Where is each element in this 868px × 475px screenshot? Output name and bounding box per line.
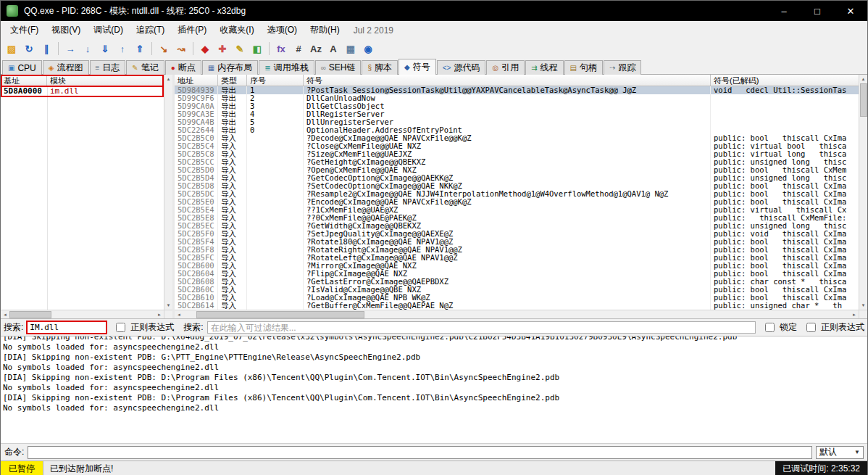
scroll-up-icon[interactable]: ▲ — [167, 75, 171, 83]
lock-checkbox[interactable] — [765, 323, 775, 332]
symbols-header-type[interactable]: 类型 — [218, 75, 247, 86]
preferences-icon[interactable]: ◉ — [360, 41, 376, 57]
tab-symbols[interactable]: ◆ 符号 — [398, 59, 436, 75]
modules-header-base[interactable]: 基址 — [1, 75, 47, 86]
tab-graph[interactable]: ◈ 流程图 — [43, 60, 89, 75]
symbol-row[interactable]: 5DC2B604 导入 ?Flip@CxImage@@QAE_NXZ publi… — [175, 270, 859, 278]
tab-memory-map[interactable]: ▦ 内存布局 — [202, 60, 258, 75]
modules-hscrollbar[interactable]: ◄ ► — [1, 310, 164, 318]
module-regex-checkbox[interactable] — [116, 323, 125, 332]
symbol-row[interactable]: 5DC2B5C8 导入 ?Size@CxMemFile@@UAEJXZ publ… — [175, 150, 859, 158]
symbol-row[interactable]: 5DC2B608 导入 ?GetLastError@CxImage@@QAEPB… — [175, 278, 859, 286]
strings-icon[interactable]: Az — [308, 41, 324, 57]
symbol-row[interactable]: 5D99CA3E 导出 4 DllRegisterServer — [175, 110, 859, 118]
tab-log[interactable]: ≡ 日志 — [90, 60, 126, 75]
close-button[interactable]: ✕ — [834, 1, 867, 21]
symbol-row[interactable]: 5DC2B600 导入 ?Mirror@CxImage@@QAE_NXZ pub… — [175, 262, 859, 270]
symbols-hscrollbar[interactable]: ◄ ► — [175, 310, 859, 318]
step-over-icon[interactable]: ⇓ — [97, 41, 113, 57]
symbol-row[interactable]: 5DC2B5C0 导入 ?Decode@CxImage@@QAE_NPAVCxF… — [175, 134, 859, 142]
trace-over-icon[interactable]: ↝ — [173, 41, 189, 57]
symbol-row[interactable]: 5DC2B5F8 导入 ?RotateRight@CxImage@@QAE_NP… — [175, 246, 859, 254]
symbol-row[interactable]: 5DC2B5D0 导入 ?Open@CxMemFile@@QAE_NXZ pub… — [175, 166, 859, 174]
menu-item[interactable]: 收藏夹(I) — [213, 22, 260, 38]
modules-header-module[interactable]: 模块 — [47, 75, 164, 86]
scrollbar-thumb[interactable] — [9, 311, 51, 318]
symbol-row[interactable]: 5D99CA4B 导出 5 DllUnregisterServer — [175, 118, 859, 126]
symbol-row[interactable]: 5DC22644 导出 0 OptionalHeader.AddressOfEn… — [175, 126, 859, 134]
symbol-row[interactable]: 5DC2B5F0 导入 ?SetJpegQuality@CxImage@@QAE… — [175, 230, 859, 238]
breakpoint-icon[interactable]: ◆ — [197, 41, 213, 57]
symbol-row[interactable]: 5DC2B5D8 导入 ?SetCodecOption@CxImage@@QAE… — [175, 182, 859, 190]
symbol-row[interactable]: 5DC2B5EC 导入 ?GetWidth@CxImage@@QBEKXZ pu… — [175, 222, 859, 230]
symbol-row[interactable]: 5D99CA0A 导出 3 DllGetClassObject — [175, 102, 859, 110]
symbols-header-ordinal[interactable]: 序号 — [247, 75, 304, 86]
tab-references[interactable]: ◎ 引用 — [486, 60, 525, 75]
open-file-icon[interactable]: ▨ — [4, 41, 20, 57]
tab-seh[interactable]: ∞ SEH链 — [315, 60, 362, 75]
symbol-row[interactable]: 5DC2B5D4 导入 ?GetCodecOption@CxImage@@QAE… — [175, 174, 859, 182]
restart-icon[interactable]: ↻ — [21, 41, 37, 57]
run-icon[interactable]: → — [62, 41, 78, 57]
memory-map-icon[interactable]: ▦ — [343, 41, 359, 57]
pause-icon[interactable]: ∥ — [38, 41, 54, 57]
tab-script[interactable]: § 脚本 — [362, 60, 398, 75]
symbol-row[interactable]: 5DC2B5E4 导入 ??1CxMemFile@@UAE@XZ public:… — [175, 206, 859, 214]
symbol-row[interactable]: 5DC2B60C 导入 ?IsValid@CxImage@@QBE_NXZ pu… — [175, 286, 859, 294]
menu-item[interactable]: 插件(P) — [171, 22, 213, 38]
assemble-icon[interactable]: A — [325, 41, 341, 57]
scroll-up-icon[interactable]: ▲ — [861, 75, 866, 83]
symbol-regex-checkbox[interactable] — [806, 323, 816, 332]
symbols-header-symbol[interactable]: 符号 — [304, 75, 711, 86]
menu-item[interactable]: 追踪(T) — [130, 22, 171, 38]
scroll-right-icon[interactable]: ► — [850, 313, 859, 317]
symbol-row[interactable]: 5DC2B5F4 导入 ?Rotate180@CxImage@@QAE_NPAV… — [175, 238, 859, 246]
menu-item[interactable]: 选项(O) — [261, 22, 304, 38]
trace-into-icon[interactable]: ↘ — [156, 41, 172, 57]
scroll-left-icon[interactable]: ◄ — [175, 313, 183, 317]
tab-handles[interactable]: ▤ 句柄 — [564, 60, 603, 75]
tab-cpu[interactable]: ▣ CPU — [2, 60, 42, 75]
symbol-row[interactable]: 5DC2B610 导入 ?Load@CxImage@@QAE_NPB_WK@Z … — [175, 294, 859, 302]
run-to-user-code-icon[interactable]: ⇑ — [132, 41, 148, 57]
scroll-down-icon[interactable]: ▼ — [861, 301, 866, 310]
comment-icon[interactable]: ✎ — [232, 41, 248, 57]
module-search-input[interactable] — [27, 321, 107, 334]
symbols-header-address[interactable]: 地址 — [175, 75, 218, 86]
menu-item[interactable]: 帮助(H) — [304, 22, 346, 38]
patch-icon[interactable]: ✚ — [214, 41, 230, 57]
symbol-row[interactable]: 5D984939 导出 1 ?PostTask_Session@SessionT… — [175, 86, 859, 94]
symbols-vscrollbar[interactable]: ▲ ▼ — [859, 75, 867, 310]
modules-vscrollbar[interactable]: ▲ ▼ — [164, 75, 172, 310]
symbol-row[interactable]: 5DC2B5DC 导入 ?Resample2@CxImage@@QAE_NJJW… — [175, 190, 859, 198]
symbol-row[interactable]: 5DC2B5E8 导入 ??0CxMemFile@@QAE@PAEK@Z pub… — [175, 214, 859, 222]
scroll-down-icon[interactable]: ▼ — [167, 301, 171, 310]
label-icon[interactable]: ◧ — [249, 41, 265, 57]
symbol-row[interactable]: 5DC2B5C4 导入 ?Close@CxMemFile@@UAE_NXZ pu… — [175, 142, 859, 150]
execute-till-return-icon[interactable]: ↑ — [114, 41, 130, 57]
tab-notes[interactable]: ✎ 笔记 — [126, 60, 164, 75]
symbol-row[interactable]: 5DC2B5E0 导入 ?Encode@CxImage@@QAE_NPAVCxF… — [175, 198, 859, 206]
tab-source[interactable]: <> 源代码 — [437, 60, 486, 75]
scroll-right-icon[interactable]: ► — [155, 313, 164, 317]
scroll-left-icon[interactable]: ◄ — [1, 313, 9, 317]
minimize-button[interactable]: – — [767, 1, 801, 21]
symbols-header-decorated[interactable]: 符号(已解码) — [711, 75, 859, 86]
scrollbar-thumb[interactable] — [196, 311, 364, 318]
scrollbar-thumb[interactable] — [860, 83, 867, 117]
maximize-button[interactable]: □ — [801, 1, 834, 21]
tab-threads[interactable]: ⇉ 线程 — [525, 60, 563, 75]
module-row[interactable]: 5D8A0000 im.dll — [1, 86, 164, 96]
menu-item[interactable]: 调试(D) — [87, 22, 130, 38]
symbol-row[interactable]: 5DC2B5CC 导入 ?GetHeight@CxImage@@QBEKXZ p… — [175, 158, 859, 166]
symbol-row[interactable]: 5D99C9F6 导出 2 DllCanUnloadNow — [175, 94, 859, 102]
symbol-row[interactable]: 5DC2B614 导入 ?GetBuffer@CxMemFile@@QAEPAE… — [175, 302, 859, 310]
symbol-filter-input[interactable] — [207, 321, 756, 334]
function-icon[interactable]: fx — [273, 41, 289, 57]
tab-trace[interactable]: ⇢ 跟踪 — [604, 60, 641, 75]
tab-breakpoints[interactable]: ● 断点 — [165, 60, 201, 75]
command-input[interactable] — [28, 446, 812, 459]
command-profile-select[interactable]: 默认 ▼ — [816, 446, 864, 459]
menu-item[interactable]: 视图(V) — [45, 22, 87, 38]
menu-item[interactable]: 文件(F) — [4, 22, 45, 38]
